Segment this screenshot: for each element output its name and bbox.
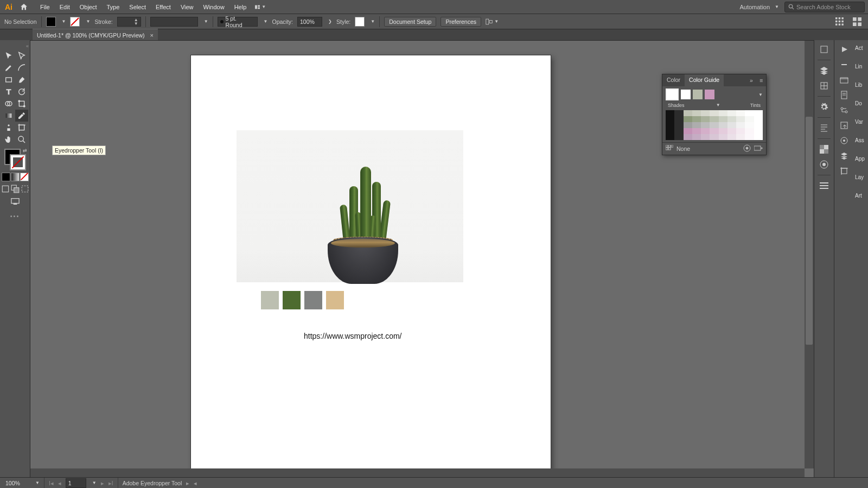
harmony-dropdown-icon[interactable]: ▼ (758, 92, 763, 97)
fill-stroke-indicator[interactable]: ⇄ (4, 149, 26, 170)
screen-mode-icon[interactable] (9, 195, 22, 207)
selection-tool[interactable] (2, 50, 15, 62)
draw-behind-icon[interactable] (11, 185, 20, 193)
color-guide-panel[interactable]: Color Color Guide » ≡ ▼ Shades ▼ Tints N… (662, 74, 767, 155)
hand-tool[interactable] (2, 134, 15, 145)
color-guide-cell[interactable] (754, 134, 763, 140)
color-guide-cell[interactable] (684, 134, 692, 140)
menu-select[interactable]: Select (125, 2, 150, 12)
color-guide-cell[interactable] (684, 122, 692, 128)
style-dropdown[interactable]: ▼ (371, 19, 375, 24)
color-guide-cell[interactable] (710, 110, 718, 116)
brush-dropdown[interactable]: ▼ (264, 19, 268, 24)
automation-dropdown[interactable]: Automation▼ (735, 2, 783, 12)
menu-effect[interactable]: Effect (151, 2, 175, 12)
color-guide-cell[interactable] (701, 128, 710, 134)
stroke-swatch[interactable] (70, 17, 80, 27)
menu-object[interactable]: Object (75, 2, 101, 12)
draw-normal-icon[interactable] (1, 185, 10, 193)
color-guide-cell[interactable] (745, 134, 754, 140)
variation-dropdown-icon[interactable]: ▼ (716, 103, 720, 108)
preferences-button[interactable]: Preferences (441, 17, 481, 27)
color-guide-cell[interactable] (754, 122, 763, 128)
zoom-tool[interactable] (15, 134, 28, 145)
color-guide-cell[interactable] (692, 134, 701, 140)
document-setup-button[interactable]: Document Setup (384, 17, 436, 27)
type-tool[interactable] (2, 86, 15, 98)
menu-edit[interactable]: Edit (55, 2, 74, 12)
harmony-chip-2[interactable] (693, 90, 703, 99)
color-guide-cell[interactable] (666, 122, 674, 128)
color-guide-cell[interactable] (666, 128, 674, 134)
color-guide-cell[interactable] (674, 134, 683, 140)
color-guide-cell[interactable] (684, 128, 692, 134)
color-guide-cell[interactable] (727, 110, 736, 116)
fill-dropdown[interactable]: ▼ (62, 19, 66, 24)
panel-collapse-icon[interactable]: » (746, 74, 756, 86)
panel-label-artboards[interactable]: Art (854, 191, 868, 206)
appearance-icon[interactable] (837, 135, 851, 147)
libraries-icon[interactable] (837, 74, 851, 86)
color-guide-cell[interactable] (727, 128, 736, 134)
arrange-documents-icon[interactable]: ▼ (255, 4, 266, 10)
color-guide-cell[interactable] (674, 122, 683, 128)
document-tab-close-icon[interactable]: × (150, 32, 154, 39)
essentials-grid-icon[interactable] (833, 16, 846, 28)
menu-view[interactable]: View (176, 2, 198, 12)
artboard-nav-last-icon[interactable]: ▸I (108, 480, 113, 486)
color-guide-cell[interactable] (692, 128, 701, 134)
color-guide-cell[interactable] (666, 134, 674, 140)
transform-panel-icon[interactable] (817, 80, 831, 92)
color-guide-cell[interactable] (674, 110, 683, 116)
appearance-panel-icon[interactable] (817, 159, 831, 170)
color-guide-cell[interactable] (710, 128, 718, 134)
stroke-weight-input[interactable]: ▲▼ (117, 17, 141, 27)
save-to-swatches-icon[interactable] (754, 145, 763, 153)
color-guide-cell[interactable] (710, 122, 718, 128)
menu-window[interactable]: Window (199, 2, 229, 12)
panel-label-layers[interactable]: Lay (854, 173, 868, 188)
color-guide-cell[interactable] (727, 116, 736, 122)
color-mode-gradient[interactable] (11, 173, 20, 181)
variable-width-profile[interactable] (150, 17, 198, 27)
symbol-sprayer-tool[interactable] (2, 122, 15, 134)
color-guide-cell[interactable] (736, 134, 745, 140)
color-guide-cell[interactable] (719, 134, 727, 140)
opacity-input[interactable]: 100% (297, 17, 322, 27)
swap-fill-stroke-icon[interactable]: ⇄ (23, 148, 27, 153)
transparency-panel-icon[interactable] (817, 143, 831, 155)
align-to-icon[interactable]: ▼ (486, 16, 499, 28)
color-guide-cell[interactable] (736, 122, 745, 128)
artboard-tool[interactable] (15, 122, 28, 134)
color-guide-cell[interactable] (745, 128, 754, 134)
color-mode-none[interactable] (20, 173, 29, 181)
zoom-level[interactable]: 100% (3, 479, 29, 487)
color-guide-cell[interactable] (719, 122, 727, 128)
color-guide-cell[interactable] (684, 116, 692, 122)
color-guide-cell[interactable] (674, 116, 683, 122)
menu-file[interactable]: File (36, 2, 54, 12)
collapse-panels-icon[interactable] (851, 16, 864, 28)
color-guide-cell[interactable] (710, 134, 718, 140)
direct-selection-tool[interactable] (15, 50, 28, 62)
color-guide-cell[interactable] (666, 110, 674, 116)
color-mode-solid[interactable] (2, 173, 10, 181)
color-guide-cell[interactable] (692, 122, 701, 128)
color-guide-cell[interactable] (745, 110, 754, 116)
stroke-color-icon[interactable] (10, 154, 26, 170)
align-panel-icon[interactable] (817, 122, 831, 134)
paintbrush-tool[interactable] (15, 74, 28, 86)
shape-builder-tool[interactable] (2, 98, 15, 110)
edit-toolbar-icon[interactable]: ••• (10, 213, 20, 219)
scrollbar-v-thumb[interactable] (806, 117, 813, 345)
artboard-nav-first-icon[interactable]: I◂ (49, 480, 54, 486)
document-tab[interactable]: Untitled-1* @ 100% (CMYK/GPU Preview) × (33, 29, 158, 41)
vw-dropdown[interactable]: ▼ (204, 19, 208, 24)
color-guide-cell[interactable] (754, 128, 763, 134)
color-guide-cell[interactable] (745, 116, 754, 122)
gear-icon[interactable] (817, 101, 831, 113)
color-guide-cell[interactable] (701, 116, 710, 122)
color-guide-cell[interactable] (719, 110, 727, 116)
panel-label-actions[interactable]: Act (854, 43, 868, 59)
draw-inside-icon[interactable] (21, 185, 29, 193)
